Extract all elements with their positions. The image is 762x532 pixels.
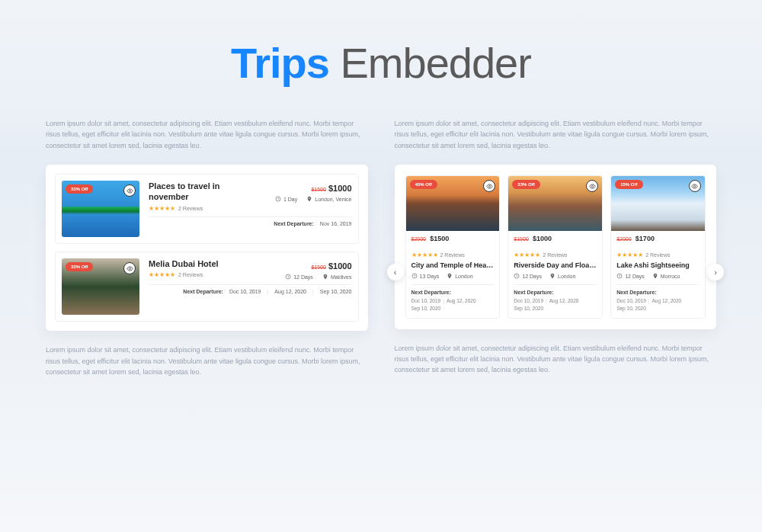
old-price: $1500 <box>311 187 325 192</box>
left-column: Lorem ipsum dolor sit amet, consectetur … <box>46 118 368 391</box>
discount-badge: 33% Off <box>66 262 93 271</box>
discount-badge: 33% Off <box>66 184 93 194</box>
discount-badge: 15% Off <box>615 180 642 189</box>
discount-badge: 33% Off <box>512 180 539 189</box>
departure-dates: Doc 10, 2019|Aug 12, 2020Sep 10, 2020 <box>514 297 597 312</box>
price: $2000 $1700 <box>611 231 705 246</box>
carousel-prev-button[interactable]: ‹ <box>387 264 404 280</box>
view-icon[interactable] <box>123 184 136 197</box>
view-icon[interactable] <box>123 262 136 274</box>
trip-thumbnail: 33% Off <box>62 258 139 315</box>
view-icon[interactable] <box>586 180 598 192</box>
page-title: Trips Embedder <box>0 0 762 88</box>
trip-thumbnail: 33% Off <box>508 176 602 231</box>
content-area: Lorem ipsum dolor sit amet, consectetur … <box>0 88 762 391</box>
rating-stars: ★★★★★2 Reviews <box>149 271 219 278</box>
old-price: $1500 <box>311 264 325 270</box>
lorem-text: Lorem ipsum dolor sit amet, consectetur … <box>46 345 368 377</box>
trip-title: City and Temple of Heaven <box>411 261 495 269</box>
card-body: Melia Dubai Hotel ★★★★★2 Reviews $1500$1… <box>149 258 352 315</box>
review-count: 2 Reviews <box>178 272 203 277</box>
grid-panel: ‹ › 40% Off $2500 $1500 ★★★★★2 Reviews C… <box>395 165 717 329</box>
trip-title: Places to travel in november <box>149 181 248 203</box>
rating-stars: ★★★★★2 Reviews <box>514 252 597 258</box>
location: London, Venice <box>306 196 351 202</box>
location: Morroco <box>652 273 680 279</box>
trip-grid-item[interactable]: 15% Off $2000 $1700 ★★★★★2 Reviews Lake … <box>610 175 706 319</box>
price: $1500$1000 1 Day London, Venice <box>275 181 352 202</box>
trip-list-item[interactable]: 33% Off Melia Dubai Hotel ★★★★★2 Reviews… <box>55 252 359 322</box>
rating-stars: ★★★★★2 Reviews <box>411 252 495 258</box>
svg-point-8 <box>694 185 696 187</box>
trip-title: Riverside Day and Floating <box>514 261 597 269</box>
duration: 12 Days <box>616 273 645 279</box>
departure-label: Next Departure: <box>514 290 597 295</box>
rating-stars: ★★★★★2 Reviews <box>616 252 700 258</box>
price: $2500 $1500 <box>406 231 500 246</box>
departure-dates: Doc 10, 2019|Aug 12, 2020Sep 10, 2020 <box>616 297 700 312</box>
current-price: $1000 <box>328 261 352 271</box>
lorem-text: Lorem ipsum dolor sit amet, consectetur … <box>395 343 717 376</box>
trip-title: Lake Ashi Sightseeing <box>616 261 700 269</box>
departure-row: Next Departure: Doc 10, 2019| Aug 12, 20… <box>149 284 352 294</box>
price: $1500 $1000 <box>508 231 602 246</box>
price: $1500$1000 12 Days Maldives <box>285 258 351 280</box>
trip-thumbnail: 40% Off <box>406 176 500 231</box>
rating-stars: ★★★★★2 Reviews <box>149 205 248 212</box>
lorem-text: Lorem ipsum dolor sit amet, consectetur … <box>395 118 717 151</box>
view-icon[interactable] <box>483 180 495 192</box>
location: London <box>549 273 575 279</box>
view-icon[interactable] <box>689 180 701 192</box>
discount-badge: 40% Off <box>410 180 437 189</box>
location: Maldives <box>322 274 352 280</box>
current-price: $1000 <box>328 184 352 193</box>
list-panel: 33% Off Places to travel in november ★★★… <box>46 165 368 331</box>
review-count: 2 Reviews <box>178 206 203 211</box>
carousel-next-button[interactable]: › <box>707 264 724 280</box>
departure-row: Next Departure: Nov 16, 2019 <box>149 216 352 226</box>
departure-label: Next Departure: <box>616 290 700 295</box>
svg-point-4 <box>488 185 490 187</box>
trip-title: Melia Dubai Hotel <box>149 258 219 269</box>
lorem-text: Lorem ipsum dolor sit amet, consectetur … <box>46 118 368 151</box>
trip-grid-item[interactable]: 33% Off $1500 $1000 ★★★★★2 Reviews River… <box>507 175 603 319</box>
trip-list-item[interactable]: 33% Off Places to travel in november ★★★… <box>55 174 359 244</box>
departure-dates: Doc 10, 2019|Aug 12, 2020Sep 10, 2020 <box>411 297 495 312</box>
card-body: Places to travel in november ★★★★★2 Revi… <box>149 181 352 237</box>
duration: 1 Day <box>275 196 297 202</box>
right-column: Lorem ipsum dolor sit amet, consectetur … <box>395 118 717 391</box>
duration: 12 Days <box>514 273 542 279</box>
title-rest: Embedder <box>329 39 531 87</box>
title-accent: Trips <box>231 39 329 87</box>
svg-point-0 <box>129 190 130 191</box>
svg-point-6 <box>591 185 593 187</box>
location: London <box>447 273 472 279</box>
departure-label: Next Departure: <box>411 290 495 295</box>
svg-point-2 <box>129 268 130 269</box>
trip-thumbnail: 33% Off <box>62 181 139 237</box>
duration: 12 Days <box>285 274 313 280</box>
trip-grid-item[interactable]: 40% Off $2500 $1500 ★★★★★2 Reviews City … <box>405 175 501 319</box>
duration: 13 Days <box>411 273 440 279</box>
trip-thumbnail: 15% Off <box>611 176 705 231</box>
